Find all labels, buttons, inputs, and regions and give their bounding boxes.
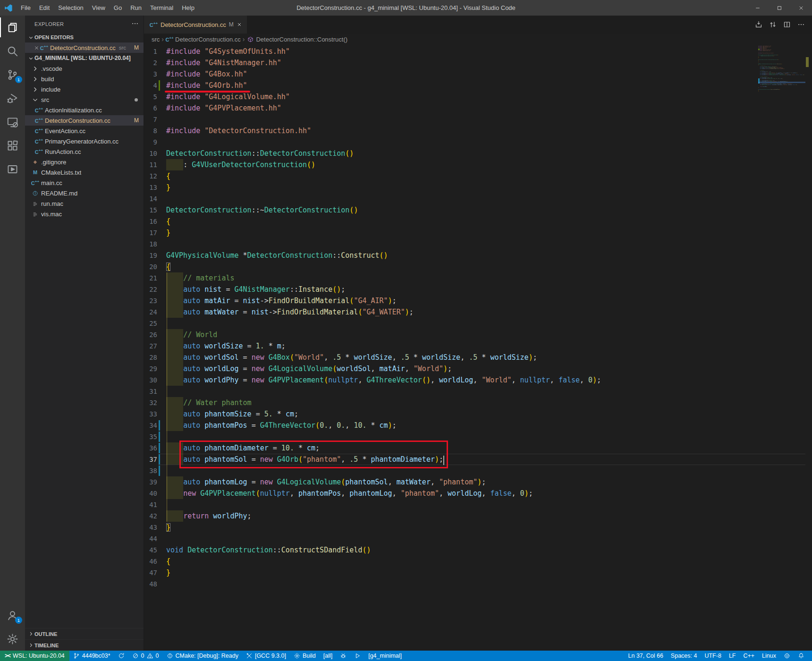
tree-item-readme-md[interactable]: README.md	[25, 188, 144, 198]
tree-item-runaction-cc[interactable]: C++RunAction.cc	[25, 146, 144, 157]
code-line[interactable]: 25	[144, 318, 805, 329]
split-editor-icon[interactable]	[781, 18, 793, 31]
code-line[interactable]: 26 // World	[144, 329, 805, 340]
line-number[interactable]: 12	[144, 172, 157, 180]
code-line[interactable]: 48	[144, 578, 805, 590]
cmake-launch-button[interactable]	[350, 651, 364, 661]
code-line[interactable]: 27 auto worldSize = 1. * m;	[144, 340, 805, 352]
accounts-button[interactable]: 1	[0, 603, 25, 627]
code-line[interactable]: 10DetectorConstruction::DetectorConstruc…	[144, 148, 805, 159]
tree-item-src[interactable]: src	[25, 94, 144, 105]
open-changes-icon[interactable]	[767, 18, 779, 31]
line-number[interactable]: 22	[144, 286, 157, 293]
more-actions-icon[interactable]	[795, 18, 807, 31]
line-number[interactable]: 34	[144, 422, 157, 429]
code-line[interactable]: 47}	[144, 567, 805, 578]
tree-item-eventaction-cc[interactable]: C++EventAction.cc	[25, 126, 144, 136]
line-number[interactable]: 11	[144, 161, 157, 169]
tree-item-actioninitialization-cc[interactable]: C++ActionInitialization.cc	[25, 105, 144, 115]
line-number[interactable]: 31	[144, 388, 157, 395]
settings-button[interactable]	[0, 627, 25, 651]
menu-edit[interactable]: Edit	[35, 0, 54, 16]
cmake-debug-button[interactable]	[336, 651, 350, 661]
code-line[interactable]: 3#include "G4Box.hh"	[144, 68, 805, 80]
line-number[interactable]: 21	[144, 274, 157, 282]
line-number[interactable]: 8	[144, 127, 157, 135]
line-number[interactable]: 47	[144, 569, 157, 576]
open-editors-header[interactable]: OPEN EDITORS	[25, 32, 144, 42]
timeline-section-header[interactable]: TIMELINE	[25, 639, 144, 651]
code-line[interactable]: 4#include "G4Orb.hh"	[144, 80, 805, 91]
line-number[interactable]: 7	[144, 116, 157, 123]
tree-item-cmakelists-txt[interactable]: MCMakeLists.txt	[25, 167, 144, 178]
language-status[interactable]: C++	[739, 651, 758, 661]
line-number[interactable]: 43	[144, 524, 157, 531]
tree-item--vscode[interactable]: .vscode	[25, 63, 144, 74]
close-window-button[interactable]	[790, 0, 812, 16]
line-number[interactable]: 23	[144, 297, 157, 305]
minimap[interactable]: #include "G4SystemOfUnits.hh"#include "G…	[758, 46, 805, 651]
code-line[interactable]: 17}	[144, 227, 805, 238]
open-editor-item[interactable]: C++DetectorConstruction.ccsrcM	[25, 42, 144, 53]
line-number[interactable]: 29	[144, 365, 157, 373]
code-line[interactable]: 20{	[144, 261, 805, 272]
line-number[interactable]: 33	[144, 410, 157, 418]
cursor-position-status[interactable]: Ln 37, Col 66	[625, 651, 667, 661]
code-line[interactable]: 22 auto nist = G4NistManager::Instance()…	[144, 284, 805, 295]
line-number[interactable]: 46	[144, 558, 157, 565]
box-down-arrow-icon[interactable]	[753, 18, 765, 31]
code-line[interactable]: 12{	[144, 170, 805, 182]
line-number[interactable]: 45	[144, 546, 157, 554]
line-number[interactable]: 1	[144, 48, 157, 55]
sidebar-item-cmake[interactable]	[0, 157, 25, 181]
line-number[interactable]: 18	[144, 240, 157, 248]
remote-indicator[interactable]: ><WSL: Ubuntu-20.04	[0, 651, 69, 661]
menu-selection[interactable]: Selection	[54, 0, 87, 16]
tree-root-folder[interactable]: G4_MINIMAL [WSL: UBUNTU-20.04]	[25, 53, 144, 63]
close-tab-icon[interactable]	[237, 22, 242, 27]
line-number[interactable]: 19	[144, 252, 157, 259]
code-line[interactable]: 13}	[144, 182, 805, 193]
line-number[interactable]: 40	[144, 490, 157, 497]
code-line[interactable]: 8#include "DetectorConstruction.hh"	[144, 125, 805, 136]
code-line[interactable]: 24 auto matWater = nist->FindOrBuildMate…	[144, 306, 805, 318]
line-number[interactable]: 25	[144, 320, 157, 327]
code-line[interactable]: 18	[144, 238, 805, 250]
sidebar-item-run-debug[interactable]	[0, 86, 25, 110]
cmake-status[interactable]: CMake: [Debug]: Ready	[163, 651, 242, 661]
remote-os-status[interactable]: Linux	[758, 651, 780, 661]
line-number[interactable]: 38	[144, 467, 157, 475]
cmake-build-button[interactable]: Build	[290, 651, 320, 661]
indentation-status[interactable]: Spaces: 4	[667, 651, 701, 661]
breadcrumb-symbol[interactable]: DetectorConstruction::Construct()	[246, 35, 347, 43]
code-line[interactable]: 28 auto worldSol = new G4Box("World", .5…	[144, 352, 805, 363]
code-line[interactable]: 21 // materials	[144, 272, 805, 284]
code-line[interactable]: 41	[144, 499, 805, 510]
code-line[interactable]: 23 auto matAir = nist->FindOrBuildMateri…	[144, 295, 805, 306]
line-number[interactable]: 37	[144, 456, 157, 463]
line-number[interactable]: 15	[144, 206, 157, 214]
close-icon[interactable]	[33, 44, 40, 51]
code-line[interactable]: 5#include "G4LogicalVolume.hh"	[144, 91, 805, 102]
code-line[interactable]: 16{	[144, 216, 805, 227]
tab-detectorconstruction[interactable]: C++ DetectorConstruction.cc M	[144, 16, 247, 34]
line-number[interactable]: 9	[144, 138, 157, 146]
menu-file[interactable]: File	[17, 0, 35, 16]
line-number[interactable]: 17	[144, 229, 157, 237]
code-editor[interactable]: 1#include "G4SystemOfUnits.hh"2#include …	[144, 45, 812, 651]
line-number[interactable]: 30	[144, 376, 157, 384]
code-line[interactable]: 34 auto phantomPos = G4ThreeVector(0., 0…	[144, 420, 805, 431]
tree-item-include[interactable]: include	[25, 84, 144, 94]
sidebar-item-source-control[interactable]: 1	[0, 63, 25, 86]
line-number[interactable]: 6	[144, 104, 157, 112]
line-number[interactable]: 28	[144, 354, 157, 361]
code-line[interactable]: 7	[144, 114, 805, 125]
code-line[interactable]: 40 new G4PVPlacement(nullptr, phantomPos…	[144, 488, 805, 499]
line-number[interactable]: 48	[144, 580, 157, 588]
line-number[interactable]: 27	[144, 342, 157, 350]
git-branch-status[interactable]: 4449bc03*	[69, 651, 114, 661]
sync-status[interactable]	[114, 651, 128, 661]
line-number[interactable]: 39	[144, 478, 157, 486]
line-number[interactable]: 5	[144, 93, 157, 101]
code-line[interactable]: 42 return worldPhy;	[144, 510, 805, 522]
